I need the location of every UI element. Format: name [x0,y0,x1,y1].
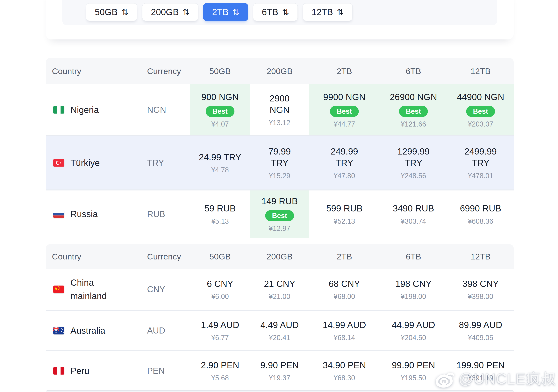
country-cell: Türkiye [46,136,146,190]
price-in-cny: ¥608.36 [468,217,493,225]
price-amount: 68 CNY [329,278,360,290]
column-header-200gb: 200GB [250,244,309,269]
price-amount: 44.99 AUD [392,319,435,331]
currency-cell: NGN [146,84,190,135]
storage-filter-panel: 50GB⇅200GB⇅2TB⇅6TB⇅12TB⇅ [62,0,497,25]
country-cell: Australia [46,311,146,350]
price-cell-12tb: 44900 NGNBest¥203.07 [447,84,514,135]
price-in-cny: ¥21.00 [269,292,290,301]
price-cell-50gb: 900 NGNBest¥4.07 [190,84,250,135]
column-header-50gb: 50GB [190,58,250,84]
sort-arrows-icon: ⇅ [183,7,190,17]
price-amount: 59 RUB [204,203,235,214]
price-cell-50gb: 1.49 AUD¥6.77 [190,311,250,350]
price-amount: 198 CNY [395,278,432,290]
country-name: Nigeria [70,103,99,117]
price-in-cny: ¥19.37 [269,374,290,382]
price-amount: 900 NGN [201,91,239,103]
price-in-cny: ¥68.00 [334,292,355,301]
australia-flag-icon [53,327,64,334]
filter-button-50gb[interactable]: 50GB⇅ [86,3,137,21]
page: 50GB⇅200GB⇅2TB⇅6TB⇅12TB⇅ CountryCurrency… [0,0,558,392]
country-name: China mainland [70,276,107,303]
filter-button-label: 12TB [312,7,333,17]
column-header-6tb: 6TB [379,58,447,84]
table-row: NigeriaNGN900 NGNBest¥4.072900 NGN¥13.12… [46,84,514,135]
filter-button-2tb[interactable]: 2TB⇅ [203,3,248,21]
price-amount: 79.99 TRY [268,146,291,169]
column-header-12tb: 12TB [447,244,514,269]
price-cell-2tb: 249.99 TRY¥47.80 [309,136,379,190]
price-amount: 26900 NGN [390,91,437,103]
price-amount: 34.90 PEN [323,359,366,371]
price-in-cny: ¥68.30 [334,374,355,382]
price-cell-50gb: 6 CNY¥6.00 [190,269,250,310]
column-header-currency: Currency [146,58,190,84]
price-in-cny: ¥15.29 [269,172,290,180]
price-amount: 6990 RUB [460,203,501,214]
price-cell-200gb: 79.99 TRY¥15.29 [250,136,309,190]
country-name: Türkiye [70,156,100,170]
price-amount: 4.49 AUD [261,319,299,331]
price-amount: 2.90 PEN [201,359,239,371]
price-amount: 2499.99 TRY [464,146,497,169]
price-amount: 149 RUB [262,195,298,207]
price-cell-12tb: 199.90 PEN¥391.19 [447,351,514,390]
sort-arrows-icon: ⇅ [337,7,344,17]
price-in-cny: ¥13.12 [269,119,290,127]
price-cell-6tb: 3490 RUB¥303.74 [379,191,447,238]
price-cell-6tb: 26900 NGNBest¥121.66 [379,84,447,135]
price-in-cny: ¥409.05 [468,334,493,342]
price-in-cny: ¥398.00 [468,292,493,301]
price-cell-200gb: 149 RUBBest¥12.97 [250,191,309,238]
table-row: RussiaRUB59 RUB¥5.13149 RUBBest¥12.97599… [46,191,514,238]
price-amount: 89.99 AUD [459,319,502,331]
price-in-cny: ¥68.14 [334,334,355,342]
price-amount: 398 CNY [462,278,499,290]
best-price-badge: Best [330,106,359,117]
price-cell-50gb: 2.90 PEN¥5.68 [190,351,250,390]
filter-button-label: 2TB [212,7,228,17]
filter-button-label: 6TB [262,7,278,17]
filter-button-12tb[interactable]: 12TB⇅ [303,3,353,21]
filter-button-6tb[interactable]: 6TB⇅ [253,3,298,21]
price-cell-2tb: 599 RUB¥52.13 [309,191,379,238]
storage-filter-card: 50GB⇅200GB⇅2TB⇅6TB⇅12TB⇅ [46,0,514,40]
price-in-cny: ¥12.97 [269,225,290,233]
column-header-6tb: 6TB [379,244,447,269]
price-in-cny: ¥478.01 [468,172,493,180]
price-in-cny: ¥248.56 [401,172,426,180]
best-price-badge: Best [206,106,235,117]
price-cell-6tb: 198 CNY¥198.00 [379,269,447,310]
currency-cell: RUB [146,191,190,238]
price-amount: 249.99 TRY [331,146,358,169]
price-amount: 21 CNY [264,278,295,290]
table-row: China mainlandCNY6 CNY¥6.0021 CNY¥21.006… [46,269,514,310]
price-cell-2tb: 9900 NGNBest¥44.77 [309,84,379,135]
price-amount: 14.99 AUD [323,319,366,331]
table-row: PeruPEN2.90 PEN¥5.689.90 PEN¥19.3734.90 … [46,351,514,390]
country-cell: Peru [46,351,146,390]
country-name: Russia [70,207,98,221]
filter-button-label: 50GB [95,7,118,17]
next-table-header-peek [46,390,514,392]
storage-filter-buttons: 50GB⇅200GB⇅2TB⇅6TB⇅12TB⇅ [86,3,353,21]
filter-button-label: 200GB [151,7,179,17]
price-cell-6tb: 44.99 AUD¥204.50 [379,311,447,350]
price-in-cny: ¥6.77 [211,334,229,342]
price-in-cny: ¥391.19 [468,374,493,382]
table-header-row: CountryCurrency50GB200GB2TB6TB12TB [46,58,514,84]
price-in-cny: ¥121.66 [401,120,426,128]
table-row: TürkiyeTRY24.99 TRY¥4.7879.99 TRY¥15.292… [46,136,514,190]
pricing-table-1: CountryCurrency50GB200GB2TB6TB12TBNigeri… [46,58,514,238]
filter-button-200gb[interactable]: 200GB⇅ [142,3,199,21]
price-in-cny: ¥20.41 [269,334,290,342]
country-cell: China mainland [46,269,146,310]
turkiye-flag-icon [53,159,64,167]
price-cell-50gb: 59 RUB¥5.13 [190,191,250,238]
price-in-cny: ¥44.77 [334,120,355,128]
price-cell-12tb: 398 CNY¥398.00 [447,269,514,310]
china-flag-icon [53,285,64,293]
column-header-2tb: 2TB [309,244,379,269]
price-in-cny: ¥4.07 [211,120,229,128]
